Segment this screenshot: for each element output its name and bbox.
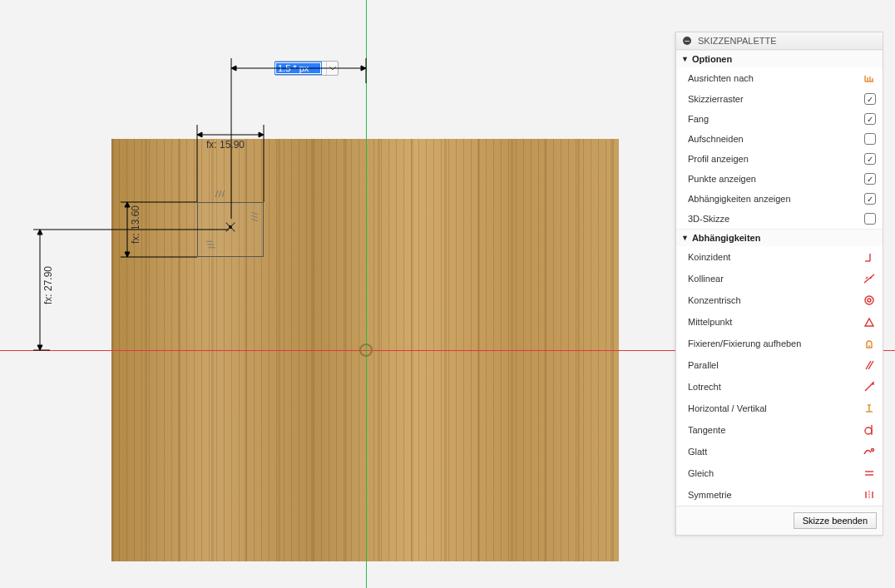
origin-icon bbox=[359, 343, 373, 357]
section-options-header[interactable]: ▼ Optionen bbox=[676, 50, 883, 67]
dimension-left-inner[interactable]: fx: 13.60 bbox=[130, 205, 141, 244]
collapse-icon[interactable]: – bbox=[683, 37, 691, 45]
option-points[interactable]: Punkte anzeigen bbox=[676, 169, 883, 189]
constraint-label: Symmetrie bbox=[688, 490, 732, 500]
constraint-coinc[interactable]: Koinzident bbox=[676, 246, 883, 268]
checkbox[interactable] bbox=[864, 93, 876, 105]
option-label: Abhängigkeiten anzeigen bbox=[688, 194, 791, 204]
option-label: Ausrichten nach bbox=[688, 73, 754, 83]
palette-title: SKIZZENPALETTE bbox=[698, 36, 777, 46]
checkbox[interactable] bbox=[864, 133, 876, 145]
dimension-input-wrap bbox=[274, 61, 339, 76]
dimension-dropdown[interactable] bbox=[326, 62, 338, 75]
coincident-icon bbox=[863, 250, 876, 264]
checkbox[interactable] bbox=[864, 213, 876, 225]
checkbox[interactable] bbox=[864, 193, 876, 205]
constraint-label: Koinzident bbox=[688, 252, 730, 262]
constraint-concen[interactable]: Konzentrisch bbox=[676, 289, 883, 311]
dimension-left-outer[interactable]: fx: 27.90 bbox=[42, 266, 54, 304]
option-align[interactable]: Ausrichten nach bbox=[676, 67, 883, 89]
constraint-smooth[interactable]: Glatt bbox=[676, 441, 883, 462]
constraint-label: Parallel bbox=[688, 360, 719, 370]
disclosure-triangle-icon: ▼ bbox=[681, 234, 689, 242]
sketch-point[interactable] bbox=[226, 223, 235, 231]
chevron-down-icon bbox=[329, 67, 336, 71]
option-label: Skizzierraster bbox=[688, 94, 744, 104]
dimension-top[interactable]: fx: 15.90 bbox=[206, 139, 245, 151]
concentric-icon bbox=[863, 294, 876, 307]
constraint-equal[interactable]: Gleich bbox=[676, 462, 883, 484]
section-constraints-title: Abhängigkeiten bbox=[692, 233, 761, 243]
sketch-palette: – SKIZZENPALETTE ▼ Optionen Ausrichten n… bbox=[675, 32, 883, 536]
palette-titlebar[interactable]: – SKIZZENPALETTE bbox=[676, 32, 883, 50]
constraint-collin[interactable]: Kollinear bbox=[676, 268, 883, 289]
midpoint-icon bbox=[863, 315, 876, 329]
option-grid[interactable]: Skizzierraster bbox=[676, 89, 883, 109]
horizvert-icon bbox=[863, 402, 876, 415]
symmetry-icon bbox=[863, 488, 876, 502]
constraint-perp[interactable]: Lotrecht bbox=[676, 376, 883, 398]
constraint-label: Gleich bbox=[688, 468, 714, 478]
tangent-icon bbox=[863, 423, 876, 437]
checkbox[interactable] bbox=[864, 173, 876, 185]
constraint-label: Tangente bbox=[688, 425, 725, 435]
option-label: Punkte anzeigen bbox=[688, 174, 756, 184]
section-options-title: Optionen bbox=[692, 54, 732, 64]
y-axis bbox=[366, 0, 367, 588]
equal-icon bbox=[863, 467, 876, 480]
checkbox[interactable] bbox=[864, 113, 876, 125]
constraint-fix[interactable]: Fixieren/Fixierung aufheben bbox=[676, 333, 883, 354]
constraint-label: Kollinear bbox=[688, 274, 724, 284]
constraint-label: Mittelpunkt bbox=[688, 317, 732, 327]
constraint-label: Fixieren/Fixierung aufheben bbox=[688, 338, 801, 348]
disclosure-triangle-icon: ▼ bbox=[681, 55, 689, 63]
constraint-label: Konzentrisch bbox=[688, 295, 741, 305]
constraint-label: Lotrecht bbox=[688, 382, 721, 392]
align-to-icon[interactable] bbox=[863, 72, 876, 85]
option-sk3d[interactable]: 3D-Skizze bbox=[676, 209, 883, 229]
constraint-hv[interactable]: Horizontal / Vertikal bbox=[676, 398, 883, 419]
fix-icon bbox=[863, 337, 876, 350]
svg-point-14 bbox=[865, 427, 872, 434]
option-label: Profil anzeigen bbox=[688, 154, 749, 164]
finish-sketch-button[interactable]: Skizze beenden bbox=[794, 512, 877, 529]
option-slice[interactable]: Aufschneiden bbox=[676, 129, 883, 149]
svg-point-13 bbox=[868, 299, 871, 302]
smooth-icon bbox=[863, 445, 876, 458]
collinear-icon bbox=[863, 272, 876, 285]
constraint-midpt[interactable]: Mittelpunkt bbox=[676, 311, 883, 333]
palette-footer: Skizze beenden bbox=[676, 506, 883, 535]
constraint-label: Glatt bbox=[688, 447, 707, 457]
option-label: Aufschneiden bbox=[688, 134, 744, 144]
constraint-label: Horizontal / Vertikal bbox=[688, 403, 767, 413]
parallel-icon bbox=[863, 358, 876, 372]
option-snap[interactable]: Fang bbox=[676, 109, 883, 129]
checkbox[interactable] bbox=[864, 153, 876, 165]
dimension-input[interactable] bbox=[275, 62, 321, 74]
constraint-para[interactable]: Parallel bbox=[676, 354, 883, 376]
constraint-symm[interactable]: Symmetrie bbox=[676, 484, 883, 506]
option-label: 3D-Skizze bbox=[688, 214, 729, 224]
constraint-tang[interactable]: Tangente bbox=[676, 419, 883, 441]
svg-point-15 bbox=[872, 449, 874, 452]
option-label: Fang bbox=[688, 114, 709, 124]
svg-point-12 bbox=[865, 296, 873, 304]
option-profile[interactable]: Profil anzeigen bbox=[676, 149, 883, 169]
option-constr[interactable]: Abhängigkeiten anzeigen bbox=[676, 189, 883, 209]
perpend-icon bbox=[863, 380, 876, 393]
section-constraints-header[interactable]: ▼ Abhängigkeiten bbox=[676, 229, 883, 246]
